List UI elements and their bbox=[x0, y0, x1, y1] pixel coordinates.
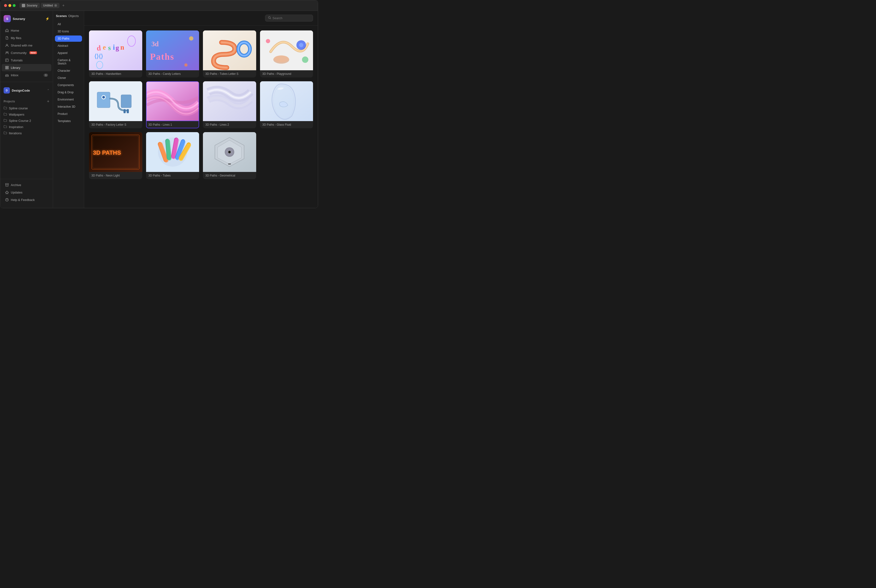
svg-text:d: d bbox=[96, 44, 101, 52]
card-label: 3D Paths - Tubes bbox=[146, 172, 200, 179]
sidebar-bottom: Archive Updates Help & Feedback bbox=[0, 179, 53, 206]
filter-panel: Scenes Objects All 3D Icons 3D Paths Abs… bbox=[53, 11, 84, 208]
tab-sourany[interactable]: Sourany bbox=[20, 3, 40, 8]
filter-character[interactable]: Character bbox=[55, 68, 82, 74]
svg-rect-6 bbox=[6, 68, 7, 69]
svg-rect-77 bbox=[228, 164, 231, 165]
sidebar-item-library[interactable]: Library bbox=[2, 64, 51, 71]
svg-point-12 bbox=[268, 16, 270, 18]
project-item-spline-course[interactable]: Spline course bbox=[0, 105, 53, 111]
svg-point-27 bbox=[184, 63, 188, 66]
card-lines2[interactable]: 3D Paths - Lines 2 bbox=[203, 81, 256, 128]
card-candy[interactable]: 3d Paths 3D Paths - Candy Letters bbox=[146, 30, 200, 78]
sidebar-item-updates-label: Updates bbox=[11, 190, 22, 194]
sidebar-item-shared[interactable]: Shared with me bbox=[2, 42, 51, 49]
card-thumb-handwritten: d e s i g n ⟨⟩⟨⟩ bbox=[89, 30, 142, 70]
file-icon bbox=[5, 36, 9, 40]
add-project-button[interactable]: + bbox=[47, 99, 50, 104]
sidebar-item-updates[interactable]: Updates bbox=[2, 189, 51, 196]
card-playground[interactable]: 3D Paths - Playground bbox=[260, 30, 313, 78]
svg-rect-42 bbox=[98, 93, 110, 107]
sidebar-item-tutorials[interactable]: Tutorials bbox=[2, 57, 51, 64]
svg-rect-7 bbox=[7, 68, 8, 69]
workspace-avatar: D bbox=[4, 87, 10, 93]
card-handwritten[interactable]: d e s i g n ⟨⟩⟨⟩ 3D Paths - Handwritten bbox=[89, 30, 142, 78]
folder-icon bbox=[4, 113, 7, 116]
tab-sourany-label: Sourany bbox=[27, 4, 38, 7]
folder-icon bbox=[4, 119, 7, 123]
filter-environment[interactable]: Environment bbox=[55, 96, 82, 103]
card-lines1[interactable]: 3D Paths - Lines 1 bbox=[146, 81, 200, 128]
filter-product[interactable]: Product bbox=[55, 111, 82, 117]
card-glass[interactable]: 3D Paths - Glass Fluid bbox=[260, 81, 313, 128]
sidebar-item-shared-label: Shared with me bbox=[11, 44, 32, 47]
folder-icon bbox=[4, 125, 7, 129]
search-input[interactable] bbox=[273, 16, 310, 20]
card-geometrical[interactable]: 3D Paths - Geometrical bbox=[203, 132, 256, 179]
project-item-inspiration[interactable]: Inspiration bbox=[0, 124, 53, 130]
card-neon[interactable]: 3D PATHS 3D PATHS 3D Paths - Neon Light bbox=[89, 132, 142, 179]
card-label: 3D Paths - Playground bbox=[260, 70, 313, 78]
workspace-header[interactable]: D DesignCode ⌃ bbox=[4, 86, 50, 95]
maximize-button[interactable] bbox=[13, 4, 16, 7]
filter-3d-icons[interactable]: 3D Icons bbox=[55, 28, 82, 34]
project-label: Wallpapers bbox=[9, 113, 24, 116]
filter-tab-scenes[interactable]: Scenes bbox=[56, 14, 67, 18]
card-thumb-tubes bbox=[203, 30, 256, 70]
filter-tabs: Scenes Objects bbox=[55, 14, 82, 20]
filter-tab-objects[interactable]: Objects bbox=[68, 14, 79, 18]
app-body: S Sourany ⚡ Home My files bbox=[0, 11, 318, 208]
svg-rect-8 bbox=[6, 183, 8, 184]
tab-untitled-label: Untitled bbox=[43, 4, 53, 7]
svg-point-39 bbox=[266, 39, 270, 43]
filter-components[interactable]: Components bbox=[55, 82, 82, 88]
sidebar-item-community-label: Community bbox=[11, 51, 27, 55]
filter-3d-paths[interactable]: 3D Paths bbox=[55, 36, 82, 42]
inbox-count: 1 bbox=[44, 74, 48, 77]
sidebar-item-archive[interactable]: Archive bbox=[2, 181, 51, 189]
filter-cartoon-sketch[interactable]: Cartoon & Sketch bbox=[55, 57, 82, 67]
sidebar-item-community[interactable]: Community New! bbox=[2, 49, 51, 56]
sidebar-item-help[interactable]: Help & Feedback bbox=[2, 196, 51, 203]
filter-abstract[interactable]: Abstract bbox=[55, 43, 82, 49]
sidebar-item-library-label: Library bbox=[11, 66, 20, 69]
project-item-iterations[interactable]: Iterations bbox=[0, 130, 53, 136]
new-tab-button[interactable]: + bbox=[60, 3, 66, 8]
help-icon bbox=[5, 198, 9, 202]
card-tubes[interactable]: 3D Paths - Tubes bbox=[146, 132, 200, 179]
filter-templates[interactable]: Templates bbox=[55, 118, 82, 124]
filter-apparel[interactable]: Apparel bbox=[55, 50, 82, 56]
sidebar-item-my-files-label: My files bbox=[11, 36, 21, 40]
svg-text:n: n bbox=[120, 44, 124, 51]
inbox-icon bbox=[5, 73, 9, 77]
project-item-wallpapers[interactable]: Wallpapers bbox=[0, 111, 53, 117]
user-section[interactable]: S Sourany ⚡ bbox=[0, 14, 53, 26]
filter-all[interactable]: All bbox=[55, 21, 82, 27]
card-factory[interactable]: 3D Paths - Factory Letter S bbox=[89, 81, 142, 128]
filter-cloner[interactable]: Cloner bbox=[55, 75, 82, 81]
card-label: 3D Paths - Lines 1 bbox=[146, 121, 200, 128]
svg-point-38 bbox=[302, 57, 308, 63]
minimize-button[interactable] bbox=[8, 4, 11, 7]
nav-section: Home My files Shared with me Community bbox=[0, 26, 53, 80]
tutorials-icon bbox=[5, 58, 9, 62]
community-icon bbox=[5, 51, 9, 55]
folder-icon bbox=[4, 131, 7, 135]
close-button[interactable] bbox=[4, 4, 7, 7]
search-bar[interactable] bbox=[265, 15, 313, 22]
filter-drag-drop[interactable]: Drag & Drop bbox=[55, 89, 82, 96]
updates-icon bbox=[5, 190, 9, 194]
tab-close-button[interactable]: × bbox=[54, 4, 57, 7]
filter-interactive-3d[interactable]: Interactive 3D bbox=[55, 104, 82, 110]
project-item-spline-course-2[interactable]: Spline Course 2 bbox=[0, 118, 53, 124]
sidebar-item-home[interactable]: Home bbox=[2, 27, 51, 34]
sidebar-item-my-files[interactable]: My files bbox=[2, 34, 51, 42]
svg-point-37 bbox=[274, 56, 288, 62]
card-tubes-s[interactable]: 3D Paths - Tubes Letter S bbox=[203, 30, 256, 78]
svg-rect-4 bbox=[6, 66, 7, 68]
sidebar-item-inbox[interactable]: Inbox 1 bbox=[2, 72, 51, 79]
tab-untitled[interactable]: Untitled × bbox=[41, 3, 60, 8]
sidebar-item-inbox-label: Inbox bbox=[11, 74, 18, 77]
main-content: d e s i g n ⟨⟩⟨⟩ 3D Paths - Handwritten bbox=[84, 11, 318, 208]
svg-text:⟨⟩⟨⟩: ⟨⟩⟨⟩ bbox=[94, 53, 103, 60]
